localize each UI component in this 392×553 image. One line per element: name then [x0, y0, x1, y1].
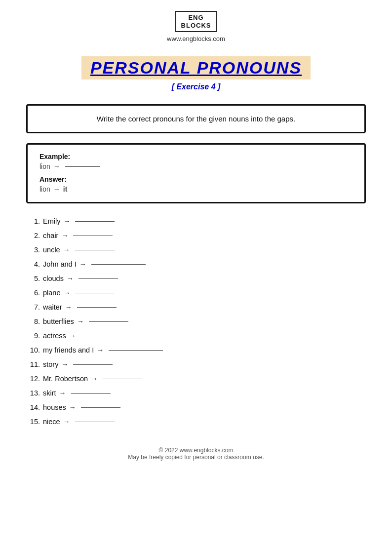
example-arrow: → [53, 162, 60, 170]
item-arrow: → [77, 317, 84, 325]
example-blank [65, 166, 100, 167]
item-arrow: → [63, 246, 70, 254]
answer-arrow: → [53, 185, 60, 193]
item-arrow: → [63, 289, 70, 297]
logo-blocks: BLOCKS [181, 22, 211, 30]
item-number: 11. [26, 360, 40, 368]
item-noun: uncle [43, 246, 60, 254]
list-item: 5.clouds→ [26, 275, 366, 282]
item-noun: plane [43, 289, 60, 297]
answer-label: Answer: [39, 175, 353, 183]
item-noun: clouds [43, 275, 64, 282]
item-arrow: → [69, 332, 76, 340]
footer-line1: © 2022 www.engblocks.com [128, 447, 264, 454]
item-arrow: → [65, 303, 72, 311]
item-arrow: → [79, 260, 86, 268]
item-noun: story [43, 360, 58, 368]
item-number: 12. [26, 375, 40, 383]
item-number: 5. [26, 275, 40, 282]
item-number: 7. [26, 303, 40, 311]
list-item: 7.waiter→ [26, 303, 366, 311]
item-noun: John and I [43, 260, 77, 268]
item-arrow: → [61, 360, 68, 368]
list-item: 2.chair→ [26, 232, 366, 239]
item-noun: chair [43, 232, 58, 239]
logo-box: ENG BLOCKS [175, 11, 217, 32]
list-item: 15.niece→ [26, 418, 366, 426]
item-blank[interactable] [75, 250, 115, 250]
list-item: 3.uncle→ [26, 246, 366, 254]
answer-value: it [63, 185, 68, 193]
item-arrow: → [63, 217, 70, 225]
item-number: 6. [26, 289, 40, 297]
item-blank[interactable] [77, 307, 117, 308]
list-item: 8.butterflies→ [26, 317, 366, 325]
item-blank[interactable] [81, 407, 120, 408]
item-arrow: → [63, 418, 70, 426]
item-noun: houses [43, 403, 66, 411]
footer-line2: May be freely copied for personal or cla… [128, 454, 264, 461]
item-blank[interactable] [75, 293, 115, 293]
answer-line: lion → it [39, 185, 353, 193]
item-number: 1. [26, 217, 40, 225]
item-arrow: → [69, 403, 76, 411]
item-noun: niece [43, 418, 60, 426]
instruction-text: Write the correct pronouns for the given… [97, 115, 295, 123]
list-item: 11.story→ [26, 360, 366, 368]
item-blank[interactable] [109, 350, 163, 351]
list-item: 14.houses→ [26, 403, 366, 411]
list-item: 12.Mr. Robertson→ [26, 375, 366, 383]
page: ENG BLOCKS www.engblocks.com PERSONAL PR… [0, 0, 392, 553]
item-number: 2. [26, 232, 40, 239]
item-blank[interactable] [73, 236, 113, 236]
item-blank[interactable] [89, 321, 128, 322]
item-blank[interactable] [81, 336, 120, 336]
item-number: 3. [26, 246, 40, 254]
item-blank[interactable] [75, 422, 115, 422]
item-number: 15. [26, 418, 40, 426]
item-arrow: → [59, 389, 66, 397]
item-number: 14. [26, 403, 40, 411]
website-url: www.engblocks.com [167, 35, 225, 42]
item-number: 4. [26, 260, 40, 268]
list-item: 10.my friends and I→ [26, 346, 366, 354]
item-blank[interactable] [71, 393, 111, 394]
item-blank[interactable] [75, 221, 115, 222]
item-noun: waiter [43, 303, 62, 311]
subtitle: [ Exercise 4 ] [25, 82, 367, 91]
list-item: 4.John and I→ [26, 260, 366, 268]
item-number: 9. [26, 332, 40, 340]
example-box: Example: lion → Answer: lion → it [26, 143, 366, 203]
item-noun: butterflies [43, 317, 74, 325]
list-item: 13.skirt→ [26, 389, 366, 397]
example-label: Example: [39, 153, 353, 160]
item-number: 8. [26, 317, 40, 325]
item-arrow: → [61, 232, 68, 239]
list-item: 9.actress→ [26, 332, 366, 340]
example-noun-line: lion → [39, 162, 353, 170]
example-noun: lion [39, 162, 50, 170]
list-item: 1.Emily→ [26, 217, 366, 225]
item-noun: actress [43, 332, 66, 340]
item-blank[interactable] [103, 379, 142, 379]
item-arrow: → [97, 346, 104, 354]
item-noun: my friends and I [43, 346, 94, 354]
logo-eng: ENG [181, 14, 211, 22]
title-section: PERSONAL PRONOUNS [ Exercise 4 ] [25, 56, 367, 91]
item-blank[interactable] [91, 264, 146, 265]
header: ENG BLOCKS www.engblocks.com [167, 11, 225, 42]
item-noun: skirt [43, 389, 56, 397]
item-arrow: → [91, 375, 98, 383]
item-noun: Mr. Robertson [43, 375, 88, 383]
item-blank[interactable] [78, 278, 118, 279]
main-title: PERSONAL PRONOUNS [81, 56, 311, 79]
answer-noun: lion [39, 185, 50, 193]
list-item: 6.plane→ [26, 289, 366, 297]
instruction-box: Write the correct pronouns for the given… [26, 104, 366, 133]
item-number: 10. [26, 346, 40, 354]
exercise-list: 1.Emily→2.chair→3.uncle→4.John and I→5.c… [26, 217, 366, 432]
item-noun: Emily [43, 217, 60, 225]
item-arrow: → [67, 275, 74, 282]
item-blank[interactable] [73, 364, 113, 365]
item-number: 13. [26, 389, 40, 397]
